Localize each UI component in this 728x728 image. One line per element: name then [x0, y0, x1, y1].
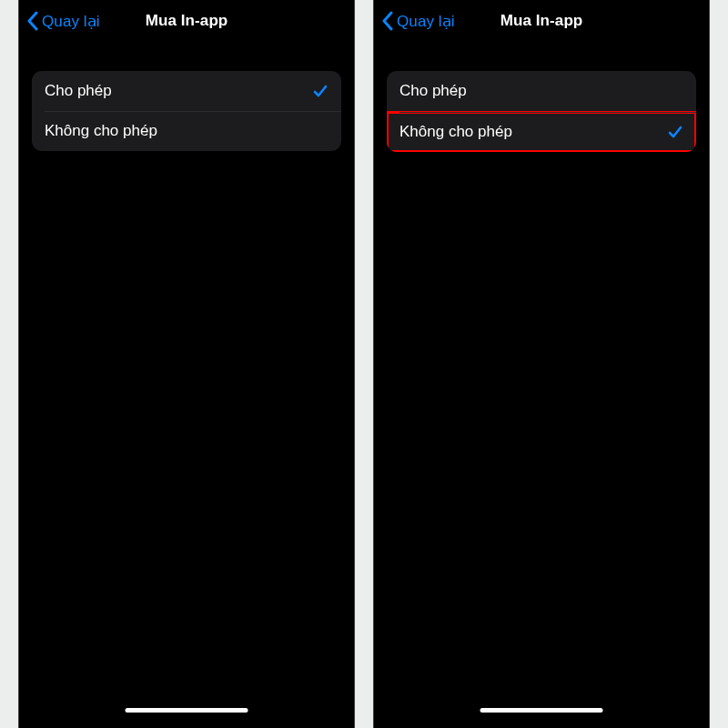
option-label: Cho phép [399, 82, 683, 100]
stage: Quay lại Mua In-app Cho phép Không cho p… [0, 0, 728, 728]
nav-header: Quay lại Mua In-app [19, 0, 354, 42]
option-deny[interactable]: Không cho phép [32, 111, 341, 151]
home-indicator [480, 708, 603, 713]
phone-left: Quay lại Mua In-app Cho phép Không cho p… [18, 0, 355, 728]
option-allow[interactable]: Cho phép [387, 71, 696, 111]
option-label: Không cho phép [45, 122, 329, 140]
back-button[interactable]: Quay lại [381, 0, 455, 42]
option-deny[interactable]: Không cho phép [387, 112, 696, 152]
checkmark-icon [667, 124, 683, 140]
back-button[interactable]: Quay lại [26, 0, 100, 42]
option-allow[interactable]: Cho phép [32, 71, 341, 111]
phone-right: Quay lại Mua In-app Cho phép Không cho p… [373, 0, 710, 728]
options-group: Cho phép Không cho phép [387, 71, 696, 152]
back-label: Quay lại [42, 12, 100, 31]
nav-header: Quay lại Mua In-app [374, 0, 709, 42]
chevron-left-icon [381, 11, 393, 31]
home-indicator [126, 708, 248, 713]
page-title: Mua In-app [146, 12, 228, 30]
options-group: Cho phép Không cho phép [32, 71, 341, 151]
option-label: Không cho phép [399, 123, 667, 141]
back-label: Quay lại [397, 12, 455, 31]
page-title: Mua In-app [500, 12, 583, 30]
chevron-left-icon [26, 11, 38, 31]
checkmark-icon [312, 83, 329, 99]
option-label: Cho phép [45, 82, 312, 100]
